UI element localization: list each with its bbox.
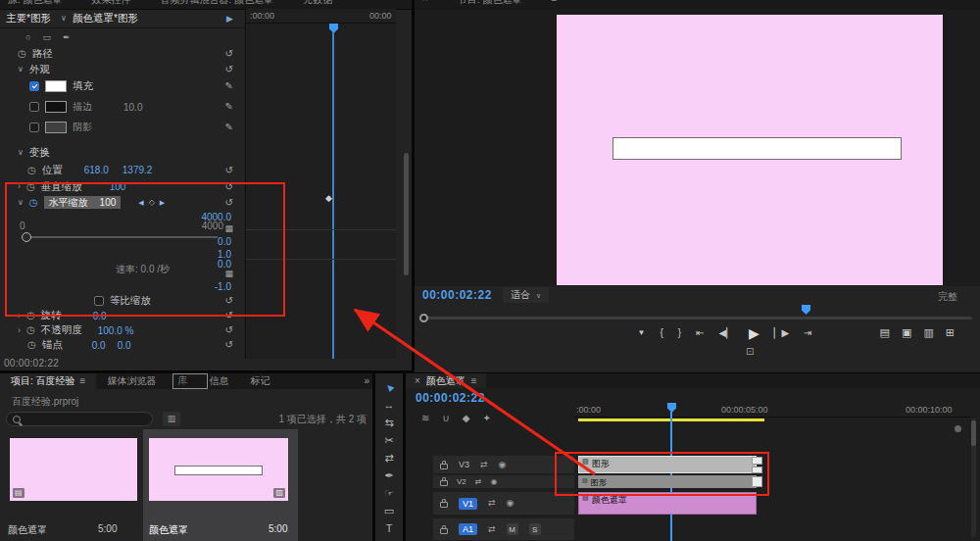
tab-audio-mixer[interactable]: 音频剪辑混合器: 颜色遮罩 xyxy=(161,0,274,7)
sync-lock-icon[interactable]: ⇄ xyxy=(488,525,496,534)
tab-effect-controls[interactable]: 效果控件 xyxy=(92,0,131,7)
chevron-right-icon[interactable]: › xyxy=(18,182,21,191)
reset-button[interactable]: ↺ xyxy=(225,340,233,350)
target-clip-label[interactable]: 颜色遮罩*图形 xyxy=(73,12,138,25)
export-frame-button[interactable]: ▣ xyxy=(902,327,911,338)
project-item-thumbnail-selected[interactable]: ▨ xyxy=(149,438,288,501)
ellipse-mask-icon[interactable]: ○ xyxy=(25,33,30,42)
hand-tool[interactable]: ☞ xyxy=(384,488,394,499)
chevron-down-icon[interactable]: ∨ xyxy=(18,66,24,74)
project-file-name[interactable]: 百度经验.prproj xyxy=(12,395,78,409)
reset-button[interactable]: ↺ xyxy=(225,198,233,208)
stopwatch-icon[interactable]: ◷ xyxy=(26,311,35,320)
tab-metadata[interactable]: 元数据 xyxy=(303,0,332,7)
reset-button[interactable]: ↺ xyxy=(225,182,233,192)
stroke-width-value[interactable]: 10.0 xyxy=(123,102,142,113)
close-icon[interactable]: × xyxy=(422,0,428,7)
position-x-value[interactable]: 618.0 xyxy=(84,165,109,175)
lock-icon[interactable] xyxy=(440,480,448,486)
shadow-checkbox[interactable] xyxy=(29,123,39,132)
chevron-down-icon[interactable]: ∨ xyxy=(18,199,24,207)
scrub-knob[interactable] xyxy=(419,314,428,322)
trim-grip[interactable] xyxy=(752,467,762,473)
scale-slider-knob[interactable] xyxy=(22,232,31,242)
close-icon[interactable]: × xyxy=(415,376,420,386)
fill-color-swatch[interactable] xyxy=(45,80,67,92)
search-input[interactable] xyxy=(6,412,153,426)
selection-tool[interactable]: ► xyxy=(381,380,396,395)
tab-history[interactable]: 历史记录 xyxy=(172,373,208,389)
anchor-x-value[interactable]: 0.0 xyxy=(92,340,106,351)
shadow-color-swatch[interactable] xyxy=(45,122,67,133)
stopwatch-icon[interactable]: ◷ xyxy=(26,325,35,335)
reset-button[interactable]: ↺ xyxy=(225,49,233,59)
playback-resolution-dropdown[interactable]: 完整 xyxy=(938,290,957,304)
effect-controls-scrollbar[interactable] xyxy=(404,25,409,357)
play-button[interactable]: ▶ xyxy=(749,326,760,340)
monitor-playhead-marker[interactable] xyxy=(802,305,810,315)
ripple-edit-tool[interactable]: ⇆ xyxy=(384,418,393,428)
keyframe-diamond-icon[interactable]: ◆ xyxy=(325,193,332,203)
eyedropper-icon[interactable]: ✎ xyxy=(225,81,233,91)
timeline-ruler[interactable]: :00:00 00:00:05:00 00:00:10:00 xyxy=(574,401,970,418)
sync-lock-icon[interactable]: ⇄ xyxy=(475,478,482,486)
panel-menu-icon[interactable]: ≡ xyxy=(551,0,557,7)
rect-mask-icon[interactable]: ▭ xyxy=(42,33,51,42)
tab-overflow-icon[interactable]: » xyxy=(364,376,369,386)
mark-out-button[interactable]: } xyxy=(678,328,681,338)
rectangle-tool[interactable]: ▭ xyxy=(384,506,394,516)
eye-icon[interactable]: ◉ xyxy=(491,478,498,486)
monitor-scrub-bar[interactable] xyxy=(420,317,972,320)
chevron-down-icon[interactable]: ∨ xyxy=(61,15,67,23)
eye-icon[interactable]: ◉ xyxy=(499,461,507,469)
anchor-y-value[interactable]: 0.0 xyxy=(118,340,131,351)
panel-menu-icon[interactable]: ≡ xyxy=(471,376,477,386)
solo-button[interactable]: S xyxy=(529,523,541,535)
step-forward-button[interactable]: ▏▶ xyxy=(774,328,789,338)
uniform-scale-checkbox[interactable] xyxy=(94,296,104,306)
step-back-button[interactable]: ◀▏ xyxy=(719,328,734,338)
chevron-right-icon[interactable]: › xyxy=(18,312,21,320)
fill-checkbox[interactable] xyxy=(29,81,39,91)
lock-icon[interactable] xyxy=(440,528,448,534)
razor-tool[interactable]: ✂ xyxy=(384,435,393,446)
playhead-line[interactable] xyxy=(332,32,334,359)
timeline-timecode[interactable]: 00:00:02:22 xyxy=(416,391,485,405)
chevron-down-icon[interactable]: ∨ xyxy=(18,149,24,157)
go-to-out-button[interactable]: ⇥ xyxy=(804,328,811,338)
reset-button[interactable]: ↺ xyxy=(225,296,233,306)
chevron-right-icon[interactable]: › xyxy=(18,326,21,335)
timeline-settings-button[interactable]: ✦ xyxy=(482,414,490,423)
lock-icon[interactable] xyxy=(440,464,448,469)
bin-view-button[interactable]: ▥ xyxy=(163,412,180,426)
velocity-graph-toggle-icon[interactable]: ▦ xyxy=(224,270,233,278)
stopwatch-icon[interactable]: ◷ xyxy=(27,166,36,175)
track-select-tool[interactable]: ↔ xyxy=(384,400,395,411)
previous-keyframe-button[interactable]: ◀ xyxy=(138,199,143,206)
program-timecode[interactable]: 00:00:02:22 xyxy=(422,288,492,302)
stopwatch-icon[interactable]: ◷ xyxy=(26,182,35,192)
stopwatch-icon[interactable]: ◷ xyxy=(27,340,36,350)
add-marker-button[interactable]: ◆ xyxy=(463,414,470,423)
horizontal-scale-field[interactable]: 水平缩放 100 xyxy=(44,196,122,209)
effect-controls-timeline[interactable]: :00:00 00:00 ◆ xyxy=(245,9,396,359)
horizontal-scale-value[interactable]: 100 xyxy=(100,197,117,208)
trim-grip[interactable] xyxy=(752,457,762,465)
reset-button[interactable]: ↺ xyxy=(225,311,233,320)
go-to-in-button[interactable]: ⇤ xyxy=(696,328,704,338)
tab-source[interactable]: 源: 颜色遮罩 xyxy=(8,0,63,7)
pen-mask-icon[interactable]: ✒ xyxy=(63,33,71,42)
reset-button[interactable]: ↺ xyxy=(225,325,233,335)
stroke-color-swatch[interactable] xyxy=(45,101,67,113)
eyedropper-icon[interactable]: ✎ xyxy=(225,123,233,132)
mark-in-button[interactable]: { xyxy=(660,328,662,338)
vertical-scale-value[interactable]: 100 xyxy=(110,181,126,192)
sync-lock-icon[interactable]: ⇄ xyxy=(488,499,496,508)
sync-lock-icon[interactable]: ⇄ xyxy=(480,461,488,469)
position-y-value[interactable]: 1379.2 xyxy=(122,165,153,175)
slip-tool[interactable]: ⇄ xyxy=(384,453,393,464)
pen-tool[interactable]: ✒ xyxy=(384,470,393,481)
stopwatch-icon[interactable]: ◷ xyxy=(18,49,26,59)
track-name[interactable]: V3 xyxy=(459,460,469,469)
stroke-checkbox[interactable] xyxy=(29,102,39,112)
